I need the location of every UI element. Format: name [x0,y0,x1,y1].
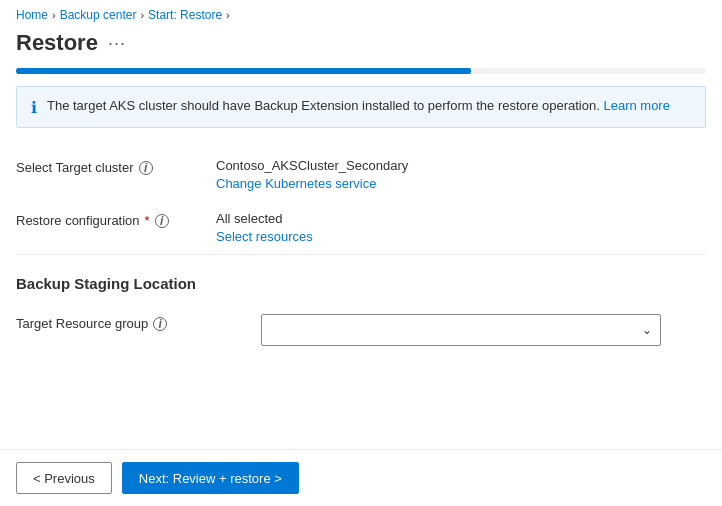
select-resources-link[interactable]: Select resources [216,229,706,244]
target-cluster-label-col: Select Target cluster i [16,158,216,175]
change-kubernetes-link[interactable]: Change Kubernetes service [216,176,706,191]
target-cluster-value-col: Contoso_AKSCluster_Secondary Change Kube… [216,158,706,191]
breadcrumb-sep-3: › [226,9,230,21]
page-title: Restore [16,30,98,56]
more-options-icon[interactable]: ··· [108,33,126,54]
restore-config-label: Restore configuration [16,213,140,228]
breadcrumb-start-restore[interactable]: Start: Restore [148,8,222,22]
required-star: * [145,213,150,228]
restore-config-info-icon[interactable]: i [155,214,169,228]
backup-staging-title: Backup Staging Location [0,255,722,304]
target-resource-group-row: Target Resource group i ⌄ [16,304,706,356]
target-cluster-info-icon[interactable]: i [139,161,153,175]
breadcrumb-backup-center[interactable]: Backup center [60,8,137,22]
info-banner-text: The target AKS cluster should have Backu… [47,97,670,115]
restore-config-value-col: All selected Select resources [216,211,706,244]
restore-config-value: All selected [216,211,706,226]
progress-bar-container [16,68,706,74]
target-rg-label: Target Resource group [16,316,148,331]
progress-bar-fill [16,68,471,74]
info-icon: ℹ [31,98,37,117]
breadcrumb: Home › Backup center › Start: Restore › [0,0,722,26]
info-banner: ℹ The target AKS cluster should have Bac… [16,86,706,128]
target-cluster-label: Select Target cluster [16,160,134,175]
next-button[interactable]: Next: Review + restore > [122,462,299,494]
restore-config-row: Restore configuration * i All selected S… [16,201,706,254]
target-cluster-value: Contoso_AKSCluster_Secondary [216,158,706,173]
target-rg-label-col: Target Resource group i [16,314,216,331]
target-cluster-row: Select Target cluster i Contoso_AKSClust… [16,148,706,201]
backup-staging-section: Target Resource group i ⌄ [0,304,722,356]
restore-config-label-col: Restore configuration * i [16,211,216,228]
breadcrumb-home[interactable]: Home [16,8,48,22]
learn-more-link[interactable]: Learn more [603,98,669,113]
info-banner-body: The target AKS cluster should have Backu… [47,98,600,113]
form-section: Select Target cluster i Contoso_AKSClust… [0,148,722,254]
footer: < Previous Next: Review + restore > [0,449,722,506]
dropdown-arrow-icon: ⌄ [642,323,652,337]
breadcrumb-sep-2: › [140,9,144,21]
target-rg-value-col: ⌄ [216,314,706,346]
breadcrumb-sep-1: › [52,9,56,21]
previous-button[interactable]: < Previous [16,462,112,494]
target-rg-info-icon[interactable]: i [153,317,167,331]
target-rg-dropdown[interactable]: ⌄ [261,314,661,346]
